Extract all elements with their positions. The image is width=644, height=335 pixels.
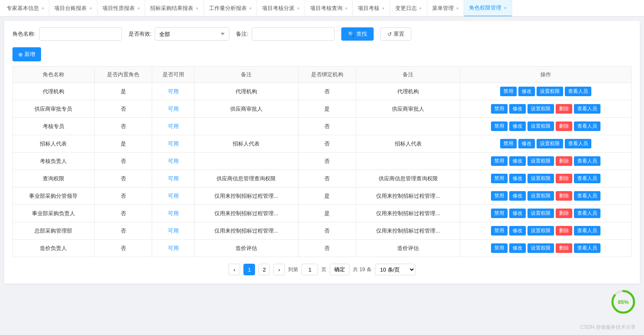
page-1-btn[interactable]: 1 [243, 264, 255, 275]
edit-btn[interactable]: 修改 [509, 191, 526, 201]
table-cell: 是 [94, 83, 152, 100]
table-cell: 否 [298, 222, 356, 240]
action-cell: 禁用修改设置权限删除查看人员 [460, 222, 632, 240]
delete-btn[interactable]: 删除 [556, 226, 572, 235]
view-user-btn[interactable]: 查看人员 [574, 156, 600, 166]
disable-btn[interactable]: 禁用 [491, 191, 508, 201]
is-valid-select[interactable]: 全部是否 [155, 27, 229, 41]
disable-btn[interactable]: 禁用 [491, 226, 508, 235]
disable-btn[interactable]: 禁用 [491, 156, 508, 166]
close-icon[interactable]: × [382, 6, 384, 11]
set-perm-btn[interactable]: 设置权限 [527, 243, 554, 253]
tab-item[interactable]: 项目考核× [353, 0, 390, 17]
close-icon[interactable]: × [297, 6, 299, 11]
close-icon[interactable]: × [41, 6, 44, 11]
table-cell: 代理机构 [356, 83, 460, 100]
edit-btn[interactable]: 修改 [509, 156, 526, 166]
disable-btn[interactable]: 禁用 [491, 209, 508, 218]
tab-item[interactable]: 项目台账报表× [49, 0, 97, 17]
tab-label: 项目考核分派 [262, 5, 294, 12]
delete-btn[interactable]: 删除 [556, 104, 572, 114]
set-perm-btn[interactable]: 设置权限 [527, 174, 554, 183]
close-icon[interactable]: × [504, 5, 506, 10]
per-page-select[interactable]: 10 条/页20 条/页50 条/页 [375, 264, 416, 275]
close-icon[interactable]: × [345, 6, 348, 11]
search-button[interactable]: 🔍 查找 [341, 27, 374, 41]
view-user-btn[interactable]: 查看人员 [574, 243, 600, 253]
table-cell: 是 [298, 100, 356, 118]
view-user-btn[interactable]: 查看人员 [574, 226, 600, 235]
set-perm-btn[interactable]: 设置权限 [527, 104, 554, 114]
edit-btn[interactable]: 修改 [509, 226, 526, 235]
edit-btn[interactable]: 修改 [509, 104, 526, 114]
edit-btn[interactable]: 修改 [509, 209, 526, 218]
edit-btn[interactable]: 修改 [509, 243, 526, 253]
close-icon[interactable]: × [249, 6, 252, 11]
add-button[interactable]: ⊕ 新增 [12, 47, 41, 61]
set-perm-btn[interactable]: 设置权限 [527, 209, 554, 218]
edit-btn[interactable]: 修改 [518, 87, 535, 96]
table-cell: 是 [298, 187, 356, 205]
edit-btn[interactable]: 修改 [509, 174, 526, 183]
disable-btn[interactable]: 禁用 [491, 243, 508, 253]
main-content: 角色名称: 是否有效: 全部是否 备注: 🔍 查找 ↺ 重置 ⊕ 新增 角色名称… [4, 21, 640, 284]
table-row: 造价负责人否可用造价评估否造价评估禁用修改设置权限删除查看人员 [13, 240, 632, 257]
disable-btn[interactable]: 禁用 [491, 121, 508, 131]
reset-button[interactable]: ↺ 重置 [380, 27, 411, 41]
next-page-btn[interactable]: › [273, 264, 285, 275]
goto-input[interactable] [301, 264, 318, 275]
tab-item[interactable]: 角色权限管理× [464, 0, 512, 17]
tab-item[interactable]: 项目考核查询× [305, 0, 353, 17]
set-perm-btn[interactable]: 设置权限 [527, 191, 554, 201]
set-perm-btn[interactable]: 设置权限 [527, 121, 554, 131]
close-icon[interactable]: × [196, 6, 198, 11]
remark-input[interactable] [252, 27, 335, 41]
edit-btn[interactable]: 修改 [518, 139, 535, 148]
tab-item[interactable]: 菜单管理× [427, 0, 464, 17]
table-cell: 总部采购管理部 [13, 222, 95, 240]
set-perm-btn[interactable]: 设置权限 [527, 156, 554, 166]
pagination: ‹ 1 2 › 到第 页 确定 共 19 条 10 条/页20 条/页50 条/… [12, 257, 632, 277]
delete-btn[interactable]: 删除 [556, 121, 572, 131]
set-perm-btn[interactable]: 设置权限 [537, 139, 563, 148]
table-cell: 否 [94, 222, 152, 240]
view-user-btn[interactable]: 查看人员 [574, 104, 600, 114]
delete-btn[interactable]: 删除 [556, 174, 572, 183]
close-icon[interactable]: × [419, 6, 422, 11]
table-cell: 否 [298, 170, 356, 187]
close-icon[interactable]: × [456, 6, 459, 11]
action-cell: 禁用修改设置权限删除查看人员 [460, 187, 632, 205]
tab-item[interactable]: 工作量分析报表× [204, 0, 257, 17]
tab-item[interactable]: 变更日志× [390, 0, 427, 17]
view-user-btn[interactable]: 查看人员 [565, 87, 591, 96]
tab-item[interactable]: 项目考核分派× [257, 0, 305, 17]
delete-btn[interactable]: 删除 [556, 191, 572, 201]
edit-btn[interactable]: 修改 [509, 121, 526, 131]
tab-item[interactable]: 项目性质报表× [97, 0, 145, 17]
total-records: 共 19 条 [353, 266, 371, 273]
set-perm-btn[interactable]: 设置权限 [537, 87, 563, 96]
prev-page-btn[interactable]: ‹ [228, 264, 240, 275]
tab-label: 项目考核 [358, 5, 379, 12]
tab-item[interactable]: 招标采购结果报表× [145, 0, 204, 17]
view-user-btn[interactable]: 查看人员 [565, 139, 591, 148]
role-name-input[interactable] [39, 27, 122, 41]
disable-btn[interactable]: 禁用 [500, 139, 517, 148]
view-user-btn[interactable]: 查看人员 [574, 174, 600, 183]
table-header-cell: 备注 [356, 67, 460, 83]
disable-btn[interactable]: 禁用 [500, 87, 517, 96]
close-icon[interactable]: × [137, 6, 140, 11]
tab-item[interactable]: 专家基本信息× [2, 0, 49, 17]
delete-btn[interactable]: 删除 [556, 243, 572, 253]
delete-btn[interactable]: 删除 [556, 156, 572, 166]
set-perm-btn[interactable]: 设置权限 [527, 226, 554, 235]
view-user-btn[interactable]: 查看人员 [574, 191, 600, 201]
confirm-goto-btn[interactable]: 确定 [330, 264, 350, 275]
disable-btn[interactable]: 禁用 [491, 174, 508, 183]
close-icon[interactable]: × [89, 6, 92, 11]
view-user-btn[interactable]: 查看人员 [574, 209, 600, 218]
view-user-btn[interactable]: 查看人员 [574, 121, 600, 131]
delete-btn[interactable]: 删除 [556, 209, 572, 218]
page-2-btn[interactable]: 2 [258, 264, 270, 275]
disable-btn[interactable]: 禁用 [491, 104, 508, 114]
